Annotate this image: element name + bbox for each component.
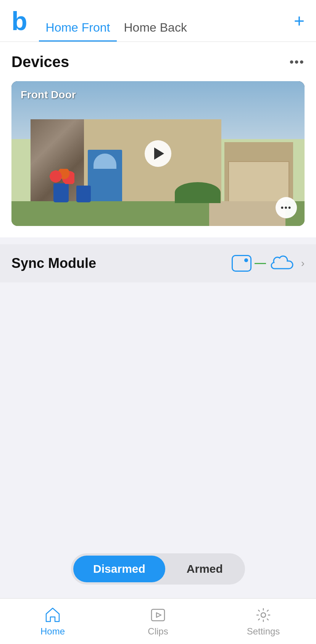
tab-home-back[interactable]: Home Back	[117, 0, 193, 42]
arm-toggle-container: Disarmed Armed	[0, 542, 316, 598]
sync-box-icon	[232, 255, 252, 272]
tab-bar: Home Front Home Back	[39, 0, 294, 42]
sync-module-section: Sync Module ›	[0, 244, 316, 282]
flower-pot-left	[53, 183, 69, 202]
sync-module-icons: ›	[232, 255, 305, 272]
svg-point-1	[261, 613, 266, 617]
devices-header: Devices •••	[11, 53, 305, 70]
nav-item-home[interactable]: Home	[0, 606, 105, 637]
app-logo: b	[11, 8, 27, 34]
sync-box-dot	[244, 258, 248, 262]
camera-card[interactable]: Front Door •••	[11, 81, 305, 226]
door-window	[94, 154, 116, 169]
play-button[interactable]	[145, 140, 171, 167]
cloud-icon	[269, 255, 293, 272]
nav-label-home: Home	[40, 626, 65, 637]
arm-toggle: Disarmed Armed	[71, 553, 245, 585]
garage-door	[228, 161, 289, 203]
shrubs	[175, 182, 221, 203]
clips-icon	[149, 606, 167, 624]
main-content: Devices •••	[0, 42, 316, 598]
bottom-nav: Home Clips Settings	[0, 598, 316, 644]
garage	[224, 142, 293, 203]
nav-label-clips: Clips	[148, 626, 168, 637]
header: b Home Front Home Back +	[0, 0, 316, 42]
nav-label-settings: Settings	[247, 626, 280, 637]
sync-module-title: Sync Module	[11, 255, 232, 271]
devices-more-button[interactable]: •••	[289, 55, 305, 69]
sync-chevron-icon[interactable]: ›	[301, 257, 305, 269]
tab-home-front[interactable]: Home Front	[39, 0, 117, 42]
camera-label: Front Door	[21, 89, 76, 101]
armed-button[interactable]: Armed	[167, 556, 243, 582]
driveway	[209, 201, 285, 226]
empty-area	[0, 282, 316, 542]
home-icon	[44, 606, 61, 624]
flower-pot-right	[76, 186, 91, 202]
sync-connection-line	[255, 263, 266, 264]
svg-rect-0	[152, 609, 164, 621]
front-door	[88, 150, 122, 203]
camera-more-button[interactable]: •••	[276, 197, 297, 218]
devices-section: Devices •••	[0, 42, 316, 237]
devices-title: Devices	[11, 53, 69, 70]
disarmed-button[interactable]: Disarmed	[73, 556, 165, 582]
flowers-left	[48, 169, 74, 184]
nav-item-settings[interactable]: Settings	[211, 606, 316, 637]
nav-item-clips[interactable]: Clips	[105, 606, 211, 637]
add-button[interactable]: +	[294, 12, 305, 30]
settings-icon	[255, 606, 272, 624]
play-icon	[154, 147, 164, 160]
